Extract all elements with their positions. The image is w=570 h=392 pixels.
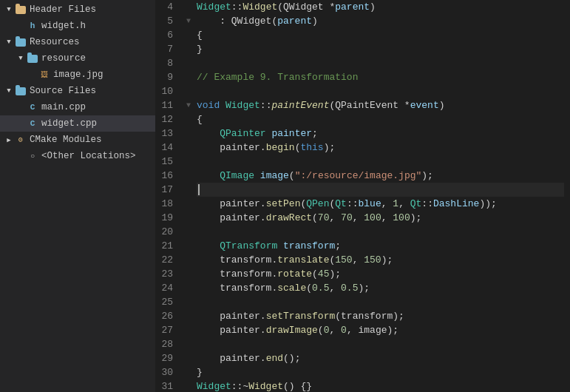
code-line[interactable] [197,295,564,309]
tree-arrow-resource[interactable]: ▼ [15,55,27,62]
sidebar-item-label: widget.cpp [41,118,97,129]
sidebar-item-label: image.jpg [53,70,104,80]
token: ( [318,325,324,336]
code-line[interactable]: painter.drawImage(0, 0, image); [197,323,564,337]
sidebar-item-resource[interactable]: ▼resource [0,50,155,67]
code-line[interactable] [197,155,564,169]
token: 0.5 [341,283,358,294]
token: , [329,325,341,336]
folder-blue-icon [27,55,38,63]
line-number: 11 [155,98,177,112]
token: ":/resource/image.jpg" [295,170,422,181]
token: :: [231,1,243,13]
fold-indicator [183,183,194,197]
fold-indicator [183,84,194,98]
line-number: 9 [155,70,177,84]
fold-indicator [183,28,194,42]
sidebar-item-resources[interactable]: ▼Resources [0,34,155,50]
fold-indicator[interactable]: ▼ [183,14,194,28]
token: Widget [197,381,231,392]
code-line[interactable]: QPainter painter; [197,126,564,141]
token: 1 [393,198,398,209]
fold-indicator [183,42,194,56]
code-line[interactable]: transform.scale(0.5, 0.5); [197,281,564,295]
code-line[interactable]: painter.setPen(QPen(Qt::blue, 1, Qt::Das… [197,197,564,211]
line-number: 20 [155,225,177,239]
code-line[interactable]: void Widget::paintEvent(QPaintEvent *eve… [197,98,564,112]
fold-indicators: ▼▼ [183,0,194,392]
sidebar-item-widget-cpp[interactable]: Cwidget.cpp [0,115,155,132]
token: Widget [197,1,231,13]
token: QPen [306,198,329,209]
line-number: 19 [155,211,177,225]
token [197,128,220,139]
code-line[interactable] [197,84,564,98]
token: () {} [283,381,312,392]
token: :: [421,198,433,209]
sidebar-item-header-files[interactable]: ▼Header Files [0,1,155,18]
folder-icon [16,6,26,14]
code-line[interactable]: } [197,42,564,56]
fold-indicator [183,155,194,169]
code-line[interactable]: : QWidget(parent) [197,14,564,28]
line-number: 23 [155,267,177,281]
line-number: 13 [155,126,177,141]
sidebar-item-source-files[interactable]: ▼Source Files [0,83,155,99]
sidebar-item-label: main.cpp [41,102,86,112]
token: setPen [266,198,301,209]
sidebar-item-cmake-modules[interactable]: ▶⚙CMake Modules [0,132,155,148]
code-line[interactable]: QImage image(":/resource/image.jpg"); [197,169,564,183]
code-line[interactable]: // Example 9. Transformation [197,70,564,84]
token: drawRect [266,212,312,223]
line-number: 31 [155,379,177,392]
fold-indicator [183,295,194,309]
token: ::~ [231,381,248,392]
fold-indicator[interactable]: ▼ [183,98,194,112]
sidebar-item-label: Resources [30,37,80,47]
code-line[interactable]: Widget::Widget(QWidget *parent) [197,0,564,14]
sidebar-item-other-locations[interactable]: ○<Other Locations> [0,148,155,164]
tree-arrow-source-files[interactable]: ▼ [3,87,15,95]
code-line[interactable]: painter.setTransform(transform); [197,309,564,323]
token: ( [289,170,295,181]
token: { [197,30,203,41]
code-line[interactable]: painter.drawRect(70, 70, 100, 100); [197,211,564,225]
code-line[interactable]: Widget::~Widget() {} [197,379,564,392]
line-number: 22 [155,253,177,267]
code-line[interactable]: transform.rotate(45); [197,267,564,281]
line-number: 4 [155,0,177,14]
tree-arrow-cmake-modules[interactable]: ▶ [3,136,15,144]
code-line[interactable]: } [197,365,564,379]
tree-arrow-header-files[interactable]: ▼ [3,6,15,13]
token: scale [277,283,306,294]
code-line[interactable]: { [197,112,564,126]
token: ; [312,128,318,139]
token: blue [359,198,381,209]
code-line[interactable] [197,56,564,70]
file-explorer[interactable]: ▼Header Fileshwidget.h▼Resources▼resourc… [0,0,155,392]
code-line[interactable] [197,183,564,197]
tree-arrow-resources[interactable]: ▼ [3,38,15,46]
sidebar-item-label: resource [41,53,86,64]
token: :: [260,100,272,111]
line-number: 24 [155,281,177,295]
code-line[interactable]: QTransform transform; [197,239,564,253]
code-line[interactable]: painter.begin(this); [197,141,564,155]
token [197,240,220,251]
code-line[interactable]: { [197,28,564,42]
sidebar-item-image-jpg[interactable]: 🖼image.jpg [0,67,155,83]
code-line[interactable]: transform.translate(150, 150); [197,253,564,267]
code-line[interactable]: painter.end(); [197,351,564,365]
code-line[interactable] [197,225,564,239]
token: ); [421,170,433,181]
token: painter. [197,325,266,336]
token: transform [283,240,335,251]
token: parent [335,1,370,13]
sidebar-item-main-cpp[interactable]: Cmain.cpp [0,99,155,115]
fold-indicator [183,239,194,253]
line-number: 10 [155,84,177,98]
token: ( [312,268,318,280]
token: (QWidget * [277,1,335,13]
sidebar-item-widget-h[interactable]: hwidget.h [0,18,155,34]
code-line[interactable] [197,337,564,351]
